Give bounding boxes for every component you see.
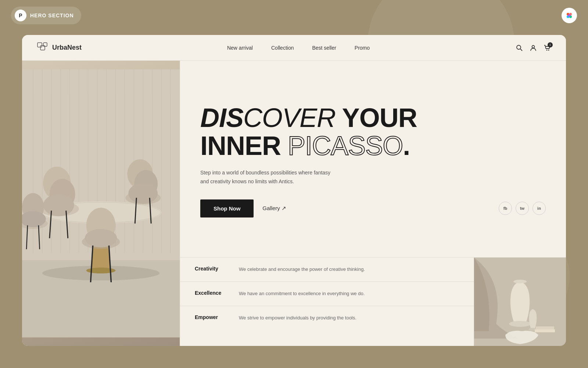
twitter-icon[interactable]: tw: [516, 202, 529, 215]
title-cover: COVER: [243, 103, 336, 132]
facebook-icon[interactable]: fb: [499, 202, 512, 215]
svg-point-49: [85, 229, 117, 247]
navigation: UrbaNest New arrival Collection Best sel…: [22, 35, 566, 61]
svg-point-4: [568, 14, 571, 17]
title-dot: .: [403, 131, 410, 160]
feature-desc-excellence: We have an commitment to excellence in e…: [239, 290, 365, 298]
feature-desc-creativity: We celebrate and encourage the power of …: [239, 266, 365, 273]
logo-icon: [37, 42, 49, 54]
vase-illustration: [474, 258, 566, 346]
feature-desc-empower: We strive to empower individuals by prov…: [239, 314, 356, 322]
nav-link-best-seller[interactable]: Best seller: [312, 45, 336, 51]
nav-link-promo[interactable]: Promo: [355, 45, 370, 51]
figma-icon[interactable]: [562, 8, 577, 23]
svg-point-59: [513, 280, 527, 283]
nav-actions: 1: [515, 44, 551, 52]
right-panel: DISCOVER YOUR INNER PICASSO. Step into a…: [180, 61, 566, 346]
hero-subtitle: Step into a world of boundless possibili…: [200, 169, 340, 186]
right-decorative-image: [474, 258, 566, 346]
figma-logo-svg: [565, 11, 573, 20]
hero-title: DISCOVER YOUR INNER PICASSO.: [200, 104, 546, 160]
gallery-button[interactable]: Gallery ↗: [262, 205, 286, 212]
feature-title-empower: Empower: [195, 314, 228, 320]
svg-point-10: [532, 45, 535, 48]
hero-section-label: P HERO SECTION: [11, 7, 81, 24]
logo-text: UrbaNest: [52, 44, 82, 52]
hero-content: DISCOVER YOUR INNER PICASSO. Step into a…: [180, 61, 566, 258]
search-icon[interactable]: [515, 44, 523, 52]
svg-rect-61: [535, 329, 555, 332]
linkedin-icon[interactable]: in: [533, 202, 546, 215]
svg-point-8: [517, 45, 521, 49]
features-list: Creativity We celebrate and encourage th…: [180, 258, 474, 346]
svg-line-9: [520, 49, 522, 51]
title-dis: DIS: [200, 103, 243, 132]
svg-point-58: [509, 321, 531, 327]
svg-point-11: [546, 49, 548, 50]
nav-link-new-arrival[interactable]: New arrival: [227, 45, 253, 51]
title-picasso: PICASSO: [288, 131, 403, 160]
svg-rect-62: [536, 326, 554, 329]
feature-title-excellence: Excellence: [195, 290, 228, 296]
user-icon[interactable]: [529, 44, 537, 52]
feature-item-creativity: Creativity We celebrate and encourage th…: [180, 258, 474, 282]
hero-buttons: Shop Now Gallery ↗: [200, 199, 286, 217]
hero-actions: Shop Now Gallery ↗ fb tw in: [200, 199, 546, 217]
nav-links: New arrival Collection Best seller Promo: [227, 45, 370, 51]
svg-point-38: [43, 194, 74, 216]
bottom-features: Creativity We celebrate and encourage th…: [180, 258, 566, 346]
social-icons: fb tw in: [499, 202, 546, 215]
label-icon: P: [15, 10, 26, 21]
furniture-illustration: [22, 61, 180, 346]
logo[interactable]: UrbaNest: [37, 42, 82, 54]
feature-title-creativity: Creativity: [195, 266, 228, 272]
svg-point-44: [128, 183, 158, 204]
feature-item-excellence: Excellence We have an commitment to exce…: [180, 282, 474, 306]
main-card: UrbaNest New arrival Collection Best sel…: [22, 35, 566, 346]
svg-point-12: [548, 49, 549, 50]
content-area: DISCOVER YOUR INNER PICASSO. Step into a…: [22, 61, 566, 346]
hero-image-panel: [22, 61, 180, 346]
feature-item-empower: Empower We strive to empower individuals…: [180, 306, 474, 330]
top-bar: P HERO SECTION: [11, 7, 577, 24]
title-inner: INNER: [200, 131, 288, 160]
cart-badge: 1: [548, 42, 553, 47]
nav-link-collection[interactable]: Collection: [271, 45, 294, 51]
svg-rect-5: [37, 43, 42, 47]
label-text: HERO SECTION: [30, 13, 74, 18]
cart-icon[interactable]: 1: [543, 44, 551, 52]
title-your: YOUR: [336, 103, 417, 132]
furniture-image: [22, 61, 180, 346]
shop-now-button[interactable]: Shop Now: [200, 199, 254, 217]
